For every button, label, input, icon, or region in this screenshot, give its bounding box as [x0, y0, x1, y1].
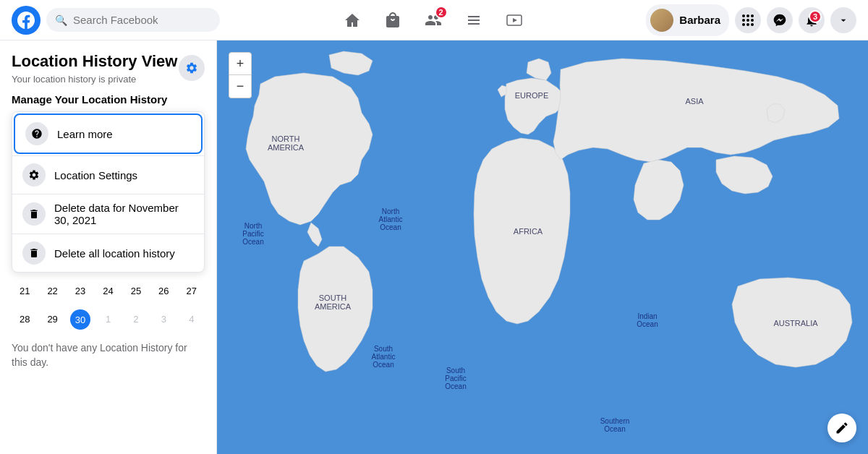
search-bar[interactable]: 🔍 — [46, 8, 220, 32]
svg-text:AUSTRALIA: AUSTRALIA — [773, 319, 818, 327]
svg-point-3 — [746, 14, 749, 17]
svg-text:NORTH: NORTH — [272, 134, 300, 143]
cal-21[interactable]: 21 — [12, 281, 38, 301]
question-icon — [25, 122, 48, 145]
page-title: Location History View — [12, 52, 177, 71]
svg-text:Atlantic: Atlantic — [372, 353, 396, 361]
menu-item-location-settings[interactable]: Location Settings — [12, 156, 204, 194]
svg-marker-1 — [513, 18, 517, 22]
page-subtitle: Your location history is private — [12, 74, 177, 85]
trash-day-icon — [22, 202, 46, 226]
svg-point-2 — [742, 14, 745, 17]
calendar-row-1: 21 22 23 24 25 26 27 — [12, 281, 205, 301]
zoom-out-button[interactable]: − — [229, 75, 252, 98]
svg-text:North: North — [382, 207, 399, 215]
cal-23[interactable]: 23 — [67, 281, 93, 301]
main-content: Location History View Your location hist… — [0, 40, 868, 454]
svg-text:SOUTH: SOUTH — [319, 294, 347, 302]
svg-text:Ocean: Ocean — [604, 425, 625, 433]
cal-2[interactable]: 2 — [123, 309, 149, 330]
nav-watch[interactable] — [497, 3, 532, 38]
menu-label-delete-all: Delete all location history — [54, 247, 175, 260]
calendar-row-2: 28 29 30 1 2 3 4 — [12, 309, 205, 330]
cal-3[interactable]: 3 — [150, 309, 176, 330]
menu-item-learn-more[interactable]: Learn more — [14, 113, 203, 154]
manage-menu: Learn more Location Settings Delete data… — [12, 111, 205, 273]
world-map[interactable]: NORTH AMERICA North Pacific Ocean North … — [217, 40, 868, 454]
header-right: Barbara 3 — [646, 4, 856, 36]
svg-text:Ocean: Ocean — [242, 238, 263, 246]
svg-text:Pacific: Pacific — [445, 374, 466, 382]
cal-30-today[interactable]: 30 — [70, 309, 90, 330]
menu-item-delete-all[interactable]: Delete all location history — [12, 234, 204, 272]
main-nav: 2 — [220, 3, 646, 38]
nav-marketplace[interactable] — [375, 3, 410, 38]
svg-text:Ocean: Ocean — [380, 223, 401, 231]
svg-text:Pacific: Pacific — [242, 230, 263, 238]
map-svg: NORTH AMERICA North Pacific Ocean North … — [217, 40, 868, 454]
avatar — [650, 9, 673, 32]
svg-point-7 — [751, 19, 754, 22]
svg-text:AFRICA: AFRICA — [514, 227, 543, 236]
svg-text:Atlantic: Atlantic — [379, 215, 403, 223]
notifications-badge: 3 — [809, 10, 822, 23]
nav-home[interactable] — [335, 3, 370, 38]
menu-item-delete-day[interactable]: Delete data for November 30, 2021 — [12, 194, 204, 234]
sidebar: Location History View Your location hist… — [0, 40, 217, 454]
apps-button[interactable] — [735, 7, 761, 33]
svg-text:North: North — [244, 222, 262, 230]
svg-text:AMERICA: AMERICA — [268, 143, 305, 152]
user-pill[interactable]: Barbara — [646, 4, 729, 36]
messenger-button[interactable] — [767, 7, 793, 33]
manage-title: Manage Your Location History — [12, 93, 205, 106]
svg-point-4 — [751, 14, 754, 17]
search-input[interactable] — [73, 14, 211, 26]
trash-all-icon — [22, 241, 46, 265]
settings-gear-button[interactable] — [179, 55, 205, 81]
user-name: Barbara — [679, 14, 720, 26]
svg-text:Ocean: Ocean — [445, 382, 466, 390]
sidebar-header: Location History View Your location hist… — [12, 52, 205, 85]
svg-text:Ocean: Ocean — [373, 361, 393, 369]
svg-text:Indian: Indian — [637, 312, 657, 320]
zoom-in-button[interactable]: + — [229, 52, 252, 75]
menu-label-location-settings: Location Settings — [54, 169, 137, 181]
nav-feed[interactable] — [456, 3, 491, 38]
cal-1[interactable]: 1 — [95, 309, 121, 330]
menu-label-learn-more: Learn more — [57, 128, 113, 140]
svg-point-5 — [742, 19, 745, 22]
cal-28[interactable]: 28 — [12, 309, 38, 330]
svg-point-10 — [751, 23, 754, 26]
svg-text:EUROPE: EUROPE — [515, 91, 548, 100]
svg-point-9 — [746, 23, 749, 26]
facebook-logo[interactable] — [12, 6, 41, 35]
edit-map-button[interactable] — [827, 414, 856, 442]
gear-icon — [22, 163, 46, 187]
svg-text:South: South — [446, 367, 465, 374]
svg-text:Ocean: Ocean — [637, 320, 658, 328]
cal-27[interactable]: 27 — [179, 281, 205, 301]
svg-text:South: South — [374, 345, 393, 353]
search-icon: 🔍 — [55, 14, 67, 26]
no-history-text: You don't have any Location History for … — [12, 341, 205, 369]
nav-friends[interactable]: 2 — [416, 3, 451, 38]
cal-22[interactable]: 22 — [39, 281, 65, 301]
cal-29[interactable]: 29 — [39, 309, 65, 330]
svg-point-6 — [746, 19, 749, 22]
cal-24[interactable]: 24 — [95, 281, 121, 301]
svg-text:AMERICA: AMERICA — [315, 302, 352, 311]
menu-label-delete-day: Delete data for November 30, 2021 — [54, 202, 194, 226]
friends-badge: 2 — [435, 6, 448, 19]
map-area: NORTH AMERICA North Pacific Ocean North … — [217, 40, 868, 454]
cal-4[interactable]: 4 — [179, 309, 205, 330]
map-controls: + − — [229, 52, 252, 98]
notifications-button[interactable]: 3 — [799, 7, 825, 33]
svg-text:ASIA: ASIA — [685, 97, 704, 106]
svg-point-8 — [742, 23, 745, 26]
account-menu-button[interactable] — [830, 7, 856, 33]
svg-text:Southern: Southern — [600, 417, 630, 425]
cal-26[interactable]: 26 — [150, 281, 176, 301]
header: 🔍 2 Barbara — [0, 0, 868, 40]
cal-25[interactable]: 25 — [123, 281, 149, 301]
